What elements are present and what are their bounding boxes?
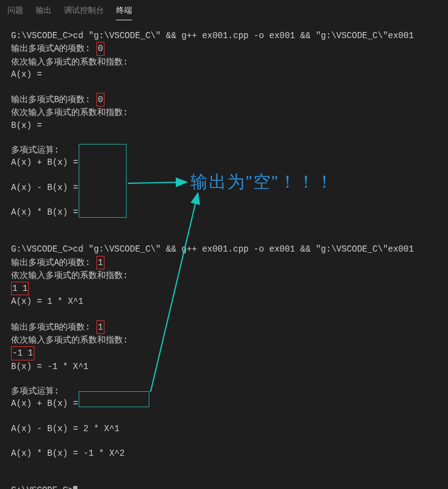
terminal-line: B(x) = xyxy=(11,119,437,132)
annotation-text: 输出为"空"！！！ xyxy=(191,170,334,195)
cursor-icon xyxy=(73,486,77,489)
highlight-box: 0 xyxy=(96,93,104,106)
terminal-line: 依次输入多项式的系数和指数: xyxy=(11,56,437,68)
highlight-box: 1 xyxy=(96,256,104,269)
terminal-line: 多项式运算: xyxy=(11,144,437,156)
annotation-box xyxy=(79,144,127,218)
terminal-line: G:\VSCODE_C>cd "g:\VSCODE_C\" && g++ ex0… xyxy=(11,243,437,255)
terminal-line: 1 1 xyxy=(11,282,437,295)
highlight-box: -1 1 xyxy=(11,346,34,360)
terminal-line: 输出多项式B的项数: 0 xyxy=(11,93,437,106)
terminal-line: 输出多项式A的项数: 0 xyxy=(11,42,437,55)
terminal-line: 多项式运算: xyxy=(11,385,437,397)
highlight-box: 1 1 xyxy=(11,282,29,295)
tab-output[interactable]: 输出 xyxy=(36,5,52,20)
tab-debug-console[interactable]: 调试控制台 xyxy=(64,5,104,20)
terminal-line: A(x) = xyxy=(11,68,437,81)
terminal-line: 依次输入多项式的系数和指数: xyxy=(11,106,437,119)
terminal-line: A(x) * B(x) = -1 * X^2 xyxy=(11,447,437,459)
highlight-box: 0 xyxy=(96,42,104,55)
terminal-line: A(x) - B(x) = 2 * X^1 xyxy=(11,423,437,435)
terminal-line: 输出多项式B的项数: 1 xyxy=(11,320,437,334)
terminal-panel[interactable]: G:\VSCODE_C>cd "g:\VSCODE_C\" && g++ ex0… xyxy=(0,21,448,489)
terminal-line: A(x) * B(x) = xyxy=(11,206,437,218)
terminal-line: 输出多项式A的项数: 1 xyxy=(11,256,437,269)
tab-problems[interactable]: 问题 xyxy=(7,5,23,20)
terminal-line: B(x) = -1 * X^1 xyxy=(11,360,437,373)
tab-terminal[interactable]: 终端 xyxy=(116,5,132,20)
terminal-line: G:\VSCODE_C>cd "g:\VSCODE_C\" && g++ ex0… xyxy=(11,30,437,42)
highlight-box: 1 xyxy=(96,320,104,334)
terminal-line: 依次输入多项式的系数和指数: xyxy=(11,334,437,346)
terminal-line: A(x) + B(x) = xyxy=(11,397,437,410)
annotation-box xyxy=(79,391,149,407)
terminal-line: -1 1 xyxy=(11,346,437,360)
terminal-prompt: G:\VSCODE_C> xyxy=(11,484,437,489)
terminal-line: A(x) = 1 * X^1 xyxy=(11,295,437,308)
panel-tabs: 问题 输出 调试控制台 终端 xyxy=(0,0,448,21)
terminal-line: A(x) + B(x) = xyxy=(11,156,437,169)
terminal-line: 依次输入多项式的系数和指数: xyxy=(11,269,437,282)
